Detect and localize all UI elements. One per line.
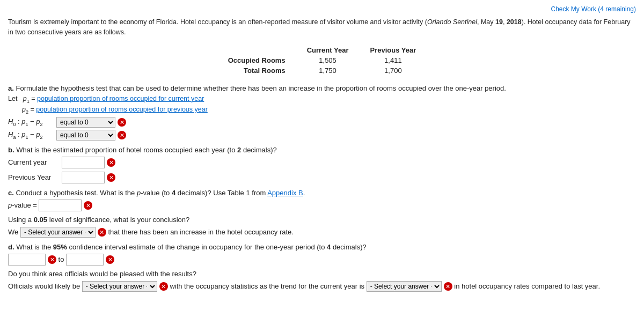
- h0-label: H0 : p1 − p2: [8, 117, 56, 127]
- officials-text3: in hotel occupancy rates compared to las…: [452, 282, 600, 290]
- h0-row: H0 : p1 − p2 equal to 0 less than 0 grea…: [8, 117, 636, 128]
- table-row: Total Rooms 1,750 1,700: [217, 65, 427, 76]
- part-b-label: b. What is the estimated proportion of h…: [8, 146, 636, 154]
- previous-year-input[interactable]: [62, 172, 105, 183]
- row-label-occupied: Occupied Rooms: [217, 55, 296, 65]
- occupied-previous: 1,411: [359, 55, 427, 65]
- pvalue-error-icon: ✕: [84, 201, 92, 210]
- current-year-row: Current year ✕: [8, 157, 636, 168]
- part-a: a. Formulate the hypothesis test that ca…: [8, 84, 636, 141]
- check-my-work-section: Check My Work (4 remaining): [8, 5, 636, 13]
- ci-row: ✕ to ✕: [8, 254, 636, 266]
- we-label: We: [8, 228, 20, 236]
- data-table: Current Year Previous Year Occupied Room…: [217, 45, 427, 76]
- remaining-label: (4 remaining): [598, 5, 636, 13]
- officials-select2[interactable]: - Select your answer - an increase a dec…: [367, 281, 442, 292]
- ha-row: Ha : p1 − p2 equal to 0 less than 0 grea…: [8, 130, 636, 141]
- h0-error-icon: ✕: [118, 118, 126, 127]
- appendix-b-link[interactable]: Appendix B: [267, 189, 303, 197]
- previous-year-row: Previous Year ✕: [8, 172, 636, 183]
- total-previous: 1,700: [359, 65, 427, 76]
- conclusion-select[interactable]: - Select your answer - reject H₀ do not …: [20, 227, 96, 238]
- ha-select[interactable]: equal to 0 less than 0 greater than 0 no…: [56, 130, 115, 141]
- part-d: d. What is the 95% confidence interval e…: [8, 243, 636, 292]
- conclusion-error-icon: ✕: [98, 228, 106, 237]
- officials-row: Officials would likely be - Select your …: [8, 281, 636, 292]
- part-b: b. What is the estimated proportion of h…: [8, 146, 636, 183]
- ci-to-label: to: [56, 255, 66, 263]
- table-row: Occupied Rooms 1,505 1,411: [217, 55, 427, 65]
- h0-select[interactable]: equal to 0 less than 0 greater than 0 no…: [56, 117, 115, 128]
- previous-year-error-icon: ✕: [107, 173, 115, 182]
- conclusion-row: We - Select your answer - reject H₀ do n…: [8, 227, 636, 238]
- part-c-label: c. Conduct a hypothesis test. What is th…: [8, 189, 636, 197]
- pvalue-row: p-value = ✕: [8, 200, 636, 211]
- current-year-label: Current year: [8, 158, 62, 166]
- ha-error-icon: ✕: [118, 131, 126, 139]
- let-p2: p2 = population proportion of rooms occu…: [22, 106, 636, 115]
- check-my-work-label: Check My Work: [551, 5, 596, 13]
- intro-paragraph: Tourism is extremely important to the ec…: [8, 17, 636, 38]
- part-c: c. Conduct a hypothesis test. What is th…: [8, 189, 636, 238]
- occupied-current: 1,505: [296, 55, 360, 65]
- ci-to-input[interactable]: [66, 254, 104, 266]
- officials-text2: with the occupancy statistics as the tre…: [168, 282, 367, 290]
- table-header-previous: Previous Year: [359, 45, 427, 55]
- current-year-input[interactable]: [62, 157, 105, 168]
- ha-label: Ha : p1 − p2: [8, 130, 56, 140]
- officials-select1[interactable]: - Select your answer - pleased not pleas…: [82, 281, 157, 292]
- pleased-text: Do you think area officials would be ple…: [8, 270, 636, 278]
- part-a-label: a. Formulate the hypothesis test that ca…: [8, 84, 636, 92]
- part-d-label: d. What is the 95% confidence interval e…: [8, 243, 636, 251]
- pvalue-label: p-value =: [8, 201, 39, 209]
- current-year-error-icon: ✕: [107, 158, 115, 167]
- ci-from-error-icon: ✕: [48, 255, 56, 264]
- officials-error-icon2: ✕: [444, 282, 452, 291]
- officials-error-icon1: ✕: [159, 282, 168, 291]
- table-header-current: Current Year: [296, 45, 360, 55]
- significance-text: Using a 0.05 level of significance, what…: [8, 216, 636, 224]
- let-p1: Let p1 = population proportion of rooms …: [8, 95, 636, 104]
- check-my-work-link[interactable]: Check My Work (4 remaining): [551, 5, 636, 13]
- ci-to-error-icon: ✕: [106, 255, 114, 264]
- row-label-total: Total Rooms: [217, 65, 296, 76]
- conclusion-text: that there has been an increase in the h…: [106, 228, 294, 236]
- total-current: 1,750: [296, 65, 360, 76]
- officials-text1: Officials would likely be: [8, 282, 82, 290]
- pvalue-input[interactable]: [39, 200, 82, 211]
- table-header-empty: [217, 45, 296, 55]
- ci-from-input[interactable]: [8, 254, 46, 266]
- previous-year-label: Previous Year: [8, 173, 62, 181]
